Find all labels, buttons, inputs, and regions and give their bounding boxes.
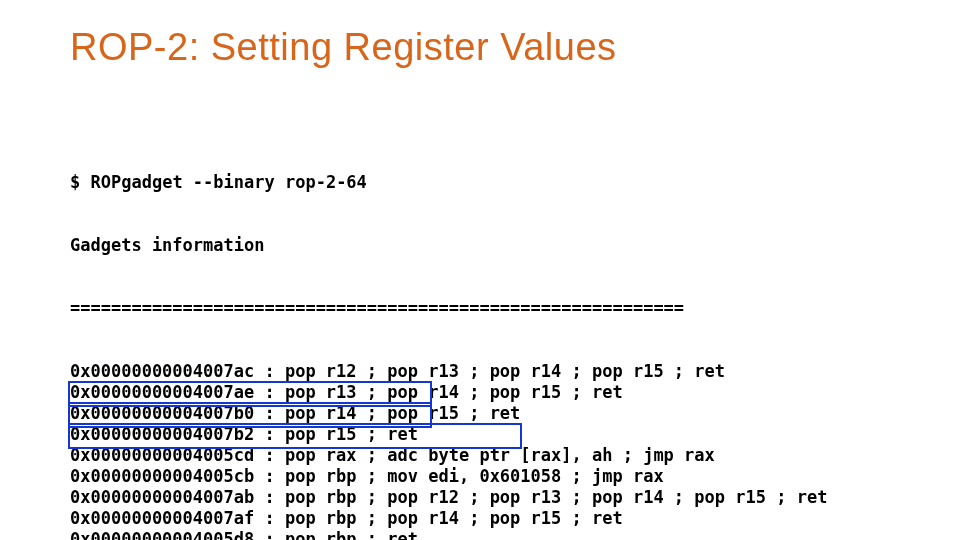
gadget-row: 0x00000000004007ac : pop r12 ; pop r13 ;…: [70, 361, 940, 382]
gadget-row: 0x00000000004007b0 : pop r14 ; pop r15 ;…: [70, 403, 940, 424]
gadget-row: 0x00000000004005cb : pop rbp ; mov edi, …: [70, 466, 940, 487]
prompt: $: [70, 172, 80, 192]
gadget-row: 0x00000000004007ab : pop rbp ; pop r12 ;…: [70, 487, 940, 508]
terminal-output: $ ROPgadget --binary rop-2-64 Gadgets in…: [70, 130, 940, 540]
slide: ROP-2: Setting Register Values $ ROPgadg…: [0, 0, 960, 540]
command-line: $ ROPgadget --binary rop-2-64: [70, 172, 940, 193]
gadget-row: 0x00000000004005d8 : pop rbp ; ret: [70, 529, 940, 540]
slide-title: ROP-2: Setting Register Values: [70, 26, 617, 69]
gadget-row: 0x00000000004005cd : pop rax ; adc byte …: [70, 445, 940, 466]
gadgets-info-label: Gadgets information: [70, 235, 940, 256]
gadget-row: 0x00000000004007b2 : pop r15 ; ret: [70, 424, 940, 445]
divider: ========================================…: [70, 298, 940, 319]
gadget-list: 0x00000000004007ac : pop r12 ; pop r13 ;…: [70, 361, 940, 540]
command-text: ROPgadget --binary rop-2-64: [91, 172, 367, 192]
gadget-row: 0x00000000004007af : pop rbp ; pop r14 ;…: [70, 508, 940, 529]
gadget-row: 0x00000000004007ae : pop r13 ; pop r14 ;…: [70, 382, 940, 403]
